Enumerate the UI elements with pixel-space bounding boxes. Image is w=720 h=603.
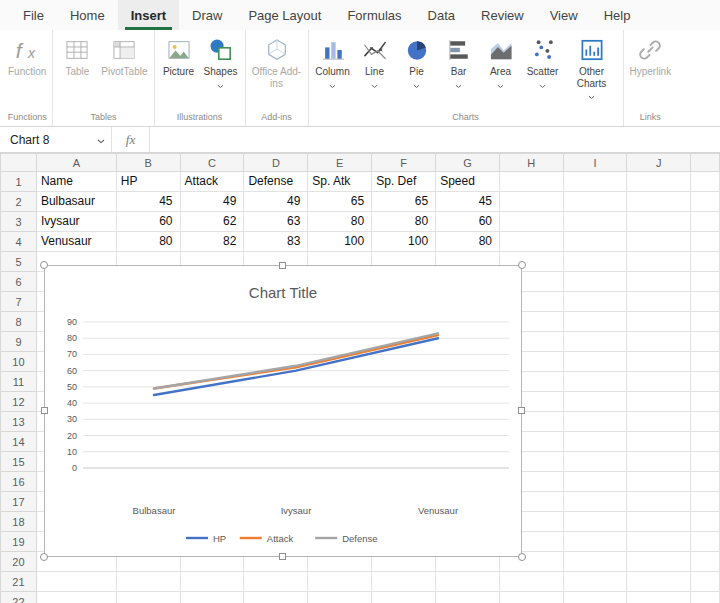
cell-F1[interactable]: Sp. Def — [372, 172, 436, 192]
picture-button[interactable]: Picture — [158, 33, 200, 78]
cell-B2[interactable]: 45 — [116, 192, 180, 212]
hyperlink-button[interactable]: Hyperlink — [627, 33, 675, 78]
cell-F3[interactable]: 80 — [372, 212, 436, 232]
cell-E2[interactable]: 65 — [308, 192, 372, 212]
embedded-chart[interactable]: Chart Title0102030405060708090BulbasaurI… — [44, 265, 522, 557]
row-header-10[interactable]: 10 — [1, 352, 37, 372]
cell-D22[interactable] — [244, 592, 308, 603]
chart-handle-ne[interactable] — [518, 261, 526, 269]
row-header-17[interactable]: 17 — [1, 492, 37, 512]
chart-handle-s[interactable] — [279, 553, 286, 560]
cell-G2[interactable]: 45 — [436, 192, 500, 212]
tab-page-layout[interactable]: Page Layout — [235, 0, 334, 30]
cell-I15[interactable] — [563, 452, 627, 472]
chart-handle-sw[interactable] — [40, 553, 48, 561]
tab-data[interactable]: Data — [415, 0, 468, 30]
cell-C2[interactable]: 49 — [180, 192, 244, 212]
col-header-D[interactable]: D — [244, 154, 308, 172]
cell-G21[interactable] — [436, 572, 500, 592]
tab-home[interactable]: Home — [57, 0, 118, 30]
col-header-H[interactable]: H — [499, 154, 563, 172]
cell-C1[interactable]: Attack — [180, 172, 244, 192]
row-header-14[interactable]: 14 — [1, 432, 37, 452]
cell-F22[interactable] — [372, 592, 436, 603]
cell-G4[interactable]: 80 — [436, 232, 500, 252]
cell-I20[interactable] — [563, 552, 627, 572]
row-header-11[interactable]: 11 — [1, 372, 37, 392]
row-header-18[interactable]: 18 — [1, 512, 37, 532]
row-header-4[interactable]: 4 — [1, 232, 37, 252]
cell-J22[interactable] — [627, 592, 691, 603]
col-header-G[interactable]: G — [436, 154, 500, 172]
row-header-21[interactable]: 21 — [1, 572, 37, 592]
cell-J7[interactable] — [627, 292, 691, 312]
tab-draw[interactable]: Draw — [179, 0, 235, 30]
cell-D21[interactable] — [244, 572, 308, 592]
cell-I5[interactable] — [563, 252, 627, 272]
cell-I12[interactable] — [563, 392, 627, 412]
cell-J6[interactable] — [627, 272, 691, 292]
row-header-16[interactable]: 16 — [1, 472, 37, 492]
cell-E3[interactable]: 80 — [308, 212, 372, 232]
chart-handle-e[interactable] — [518, 407, 525, 414]
cell-J12[interactable] — [627, 392, 691, 412]
chart-handle-w[interactable] — [41, 407, 48, 414]
cell-A3[interactable]: Ivysaur — [36, 212, 116, 232]
shapes-button[interactable]: Shapes — [200, 33, 242, 86]
cell-I10[interactable] — [563, 352, 627, 372]
row-header-1[interactable]: 1 — [1, 172, 37, 192]
function-button[interactable]: fxFunction — [5, 33, 49, 78]
cell-I18[interactable] — [563, 512, 627, 532]
cell-I16[interactable] — [563, 472, 627, 492]
cell-F21[interactable] — [372, 572, 436, 592]
row-header-5[interactable]: 5 — [1, 252, 37, 272]
cell-J5[interactable] — [627, 252, 691, 272]
cell-B4[interactable]: 80 — [116, 232, 180, 252]
cell-I7[interactable] — [563, 292, 627, 312]
cell-F2[interactable]: 65 — [372, 192, 436, 212]
cell-I11[interactable] — [563, 372, 627, 392]
cell-H3[interactable] — [499, 212, 563, 232]
cell-I3[interactable] — [563, 212, 627, 232]
col-header-J[interactable]: J — [627, 154, 691, 172]
cell-G22[interactable] — [436, 592, 500, 603]
chart-handle-nw[interactable] — [40, 261, 48, 269]
row-header-22[interactable]: 22 — [1, 592, 37, 603]
chart-handle-se[interactable] — [518, 553, 526, 561]
cell-A1[interactable]: Name — [36, 172, 116, 192]
cell-I9[interactable] — [563, 332, 627, 352]
cell-H22[interactable] — [499, 592, 563, 603]
bar-button[interactable]: Bar — [438, 33, 480, 86]
cell-D3[interactable]: 63 — [244, 212, 308, 232]
cell-E1[interactable]: Sp. Atk — [308, 172, 372, 192]
cell-J11[interactable] — [627, 372, 691, 392]
pivottable-button[interactable]: PivotTable — [98, 33, 150, 78]
cell-I13[interactable] — [563, 412, 627, 432]
formula-input[interactable] — [150, 127, 720, 152]
tab-insert[interactable]: Insert — [118, 0, 179, 30]
col-header-B[interactable]: B — [116, 154, 180, 172]
cell-J15[interactable] — [627, 452, 691, 472]
row-header-2[interactable]: 2 — [1, 192, 37, 212]
cell-J14[interactable] — [627, 432, 691, 452]
col-header-C[interactable]: C — [180, 154, 244, 172]
pie-button[interactable]: Pie — [396, 33, 438, 86]
cell-J4[interactable] — [627, 232, 691, 252]
cell-J8[interactable] — [627, 312, 691, 332]
cell-H2[interactable] — [499, 192, 563, 212]
cell-C4[interactable]: 82 — [180, 232, 244, 252]
cell-H1[interactable] — [499, 172, 563, 192]
cell-B22[interactable] — [116, 592, 180, 603]
cell-D2[interactable]: 49 — [244, 192, 308, 212]
row-header-7[interactable]: 7 — [1, 292, 37, 312]
cell-I8[interactable] — [563, 312, 627, 332]
tab-help[interactable]: Help — [591, 0, 644, 30]
cell-J18[interactable] — [627, 512, 691, 532]
col-header-E[interactable]: E — [308, 154, 372, 172]
scatter-button[interactable]: Scatter — [522, 33, 564, 86]
cell-B21[interactable] — [116, 572, 180, 592]
cell-I2[interactable] — [563, 192, 627, 212]
cell-C3[interactable]: 62 — [180, 212, 244, 232]
line-button[interactable]: Line — [354, 33, 396, 86]
name-box[interactable]: Chart 8 — [0, 127, 112, 152]
